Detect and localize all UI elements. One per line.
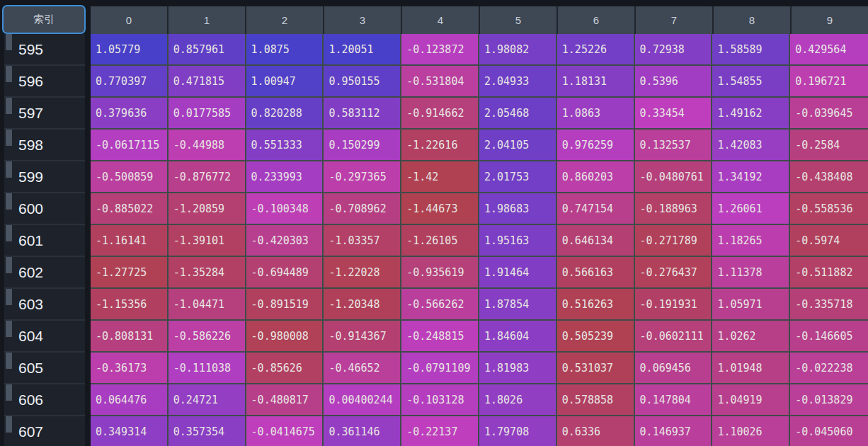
table-cell[interactable]: -1.16141 [91,225,169,257]
table-cell[interactable]: -0.935619 [401,257,479,289]
table-cell[interactable]: -0.0414675 [246,416,324,446]
row-index-cell[interactable]: 595 [4,34,85,66]
table-cell[interactable]: -0.438408 [790,161,868,193]
table-cell[interactable]: -0.146605 [790,321,868,353]
table-cell[interactable]: 0.471815 [169,66,246,98]
table-cell[interactable]: 0.429564 [790,34,868,66]
table-cell[interactable]: 1.04919 [712,384,790,416]
table-cell[interactable]: -0.0480761 [635,161,713,193]
table-cell[interactable]: 1.25226 [557,34,635,66]
table-cell[interactable]: -0.46652 [324,353,401,384]
table-cell[interactable]: -1.27725 [91,257,169,289]
table-cell[interactable]: -0.5974 [790,225,868,257]
table-cell[interactable]: 1.8026 [479,384,557,416]
table-cell[interactable]: 0.361146 [324,416,401,446]
table-cell[interactable]: 1.18265 [712,225,790,257]
table-cell[interactable]: -0.297365 [324,161,401,193]
row-index-cell[interactable]: 598 [4,130,85,161]
table-cell[interactable]: 1.26061 [712,193,790,225]
table-cell[interactable]: 1.05971 [712,289,790,321]
table-cell[interactable]: 1.91464 [479,257,557,289]
row-index-cell[interactable]: 604 [4,321,85,353]
table-cell[interactable]: 1.05779 [91,34,169,66]
table-cell[interactable]: 0.147804 [635,384,713,416]
column-header[interactable]: 6 [558,6,636,34]
table-cell[interactable]: 1.34192 [712,161,790,193]
table-cell[interactable]: 0.379636 [91,98,169,130]
table-cell[interactable]: -0.2584 [790,130,868,161]
table-cell[interactable]: 1.58589 [712,34,790,66]
table-cell[interactable]: -0.808131 [91,321,169,353]
row-index-cell[interactable]: 597 [4,98,85,130]
table-cell[interactable]: 0.72938 [635,34,713,66]
table-cell[interactable]: 0.0177585 [169,98,246,130]
table-cell[interactable]: 0.069456 [635,353,713,384]
table-cell[interactable]: 1.10026 [712,416,790,446]
table-cell[interactable]: -0.85626 [246,353,324,384]
table-cell[interactable]: -0.103128 [401,384,479,416]
table-cell[interactable]: 1.0875 [246,34,324,66]
table-cell[interactable]: 0.150299 [324,130,401,161]
table-cell[interactable]: 0.646134 [557,225,635,257]
table-cell[interactable]: -0.885022 [91,193,169,225]
table-cell[interactable]: 1.18131 [557,66,635,98]
table-cell[interactable]: -1.22028 [324,257,401,289]
table-cell[interactable]: 0.976259 [557,130,635,161]
table-cell[interactable]: 0.233993 [246,161,324,193]
table-cell[interactable]: -0.0617115 [91,130,169,161]
table-cell[interactable]: -1.04471 [169,289,246,321]
table-cell[interactable]: -0.188963 [635,193,713,225]
table-cell[interactable]: 0.566163 [557,257,635,289]
table-cell[interactable]: -0.694489 [246,257,324,289]
table-cell[interactable]: -1.22616 [401,130,479,161]
table-cell[interactable]: -0.123872 [401,34,479,66]
table-cell[interactable]: 2.04105 [479,130,557,161]
table-cell[interactable]: 0.551333 [246,130,324,161]
table-cell[interactable]: 0.5396 [635,66,713,98]
table-cell[interactable]: -0.558536 [790,193,868,225]
column-header[interactable]: 5 [480,6,558,34]
table-cell[interactable]: 0.950155 [324,66,401,98]
table-cell[interactable]: -1.20348 [324,289,401,321]
column-header[interactable]: 8 [714,6,792,34]
table-cell[interactable]: -1.20859 [169,193,246,225]
table-cell[interactable]: -0.022238 [790,353,868,384]
column-header[interactable]: 1 [169,6,246,34]
table-cell[interactable]: 1.01948 [712,353,790,384]
table-cell[interactable]: -0.111038 [169,353,246,384]
table-cell[interactable]: -0.0791109 [401,353,479,384]
table-cell[interactable]: -0.36173 [91,353,169,384]
table-cell[interactable]: -0.0602111 [635,321,713,353]
table-cell[interactable]: -0.44988 [169,130,246,161]
table-cell[interactable]: -0.335718 [790,289,868,321]
table-cell[interactable]: -1.35284 [169,257,246,289]
row-index-cell[interactable]: 605 [4,353,85,384]
table-cell[interactable]: -0.531804 [401,66,479,98]
table-cell[interactable]: 1.00947 [246,66,324,98]
table-cell[interactable]: -0.22137 [401,416,479,446]
table-cell[interactable]: -0.480817 [246,384,324,416]
table-cell[interactable]: 0.770397 [91,66,169,98]
row-index-cell[interactable]: 607 [4,416,85,446]
table-cell[interactable]: 0.24721 [169,384,246,416]
column-header[interactable]: 2 [246,6,324,34]
table-cell[interactable]: -0.271789 [635,225,713,257]
table-cell[interactable]: -0.013829 [790,384,868,416]
row-index-cell[interactable]: 606 [4,384,85,416]
row-index-cell[interactable]: 602 [4,257,85,289]
table-cell[interactable]: 1.11378 [712,257,790,289]
table-cell[interactable]: -1.42 [401,161,479,193]
table-cell[interactable]: 2.04933 [479,66,557,98]
table-cell[interactable]: 0.516263 [557,289,635,321]
row-index-cell[interactable]: 596 [4,66,85,98]
table-cell[interactable]: -0.100348 [246,193,324,225]
table-cell[interactable]: -0.511882 [790,257,868,289]
table-cell[interactable]: -0.191931 [635,289,713,321]
row-index-cell[interactable]: 601 [4,225,85,257]
table-cell[interactable]: -0.276437 [635,257,713,289]
table-cell[interactable]: 0.531037 [557,353,635,384]
table-cell[interactable]: 0.857961 [169,34,246,66]
table-cell[interactable]: 2.01753 [479,161,557,193]
table-cell[interactable]: -0.045060 [790,416,868,446]
table-cell[interactable]: 1.84604 [479,321,557,353]
